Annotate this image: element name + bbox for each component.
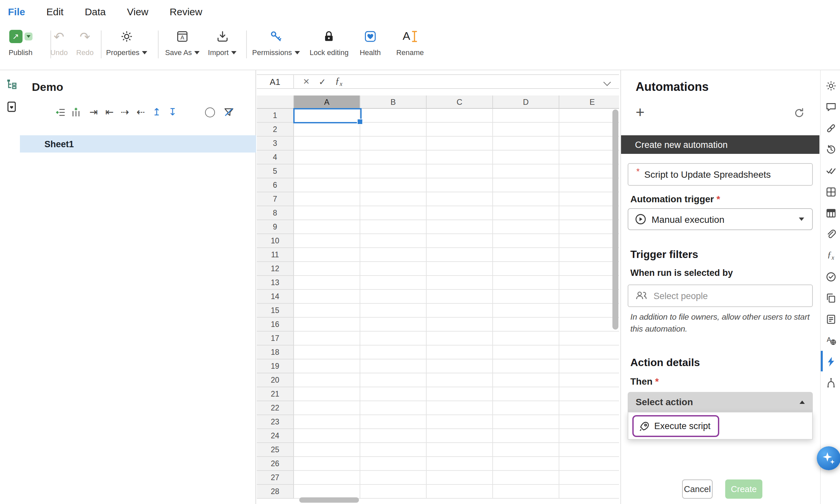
indent-icon[interactable]: ⇢ xyxy=(119,105,131,119)
cell-D17[interactable] xyxy=(493,331,559,345)
import-button[interactable]: Import xyxy=(208,28,237,56)
cell-D1[interactable] xyxy=(493,109,559,123)
row-header-26[interactable]: 26 xyxy=(257,457,294,471)
cell-E6[interactable] xyxy=(559,178,619,192)
publish-button[interactable]: ↗ Publish xyxy=(8,28,33,56)
cell-E14[interactable] xyxy=(559,290,619,304)
menu-file[interactable]: File xyxy=(8,6,25,17)
cell-B17[interactable] xyxy=(360,331,427,345)
cell-E15[interactable] xyxy=(559,304,619,318)
cell-B21[interactable] xyxy=(360,387,427,401)
cell-D23[interactable] xyxy=(493,415,559,429)
vertical-scrollbar[interactable] xyxy=(612,109,618,329)
ai-assistant-button[interactable] xyxy=(817,446,840,470)
cell-A13[interactable] xyxy=(294,276,360,290)
cell-A5[interactable] xyxy=(294,164,360,178)
row-header-20[interactable]: 20 xyxy=(257,373,294,387)
cell-B22[interactable] xyxy=(360,401,427,415)
cell-E20[interactable] xyxy=(559,373,619,387)
row-header-19[interactable]: 19 xyxy=(257,359,294,373)
cell-B8[interactable] xyxy=(360,206,427,220)
link-icon[interactable] xyxy=(821,118,840,139)
row-header-1[interactable]: 1 xyxy=(257,109,294,123)
cell-A9[interactable] xyxy=(294,220,360,234)
cell-B6[interactable] xyxy=(360,178,427,192)
row-header-27[interactable]: 27 xyxy=(257,471,294,485)
cell-B1[interactable] xyxy=(360,109,427,123)
permissions-button[interactable]: Permissions xyxy=(252,28,300,56)
cell-C8[interactable] xyxy=(427,206,493,220)
cell-E27[interactable] xyxy=(559,471,619,485)
execute-script-option[interactable]: Execute script xyxy=(632,415,719,437)
row-header-5[interactable]: 5 xyxy=(257,164,294,178)
cell-B18[interactable] xyxy=(360,345,427,359)
menu-edit[interactable]: Edit xyxy=(47,6,64,17)
undo-button[interactable]: ↶ Undo xyxy=(50,28,68,56)
row-header-28[interactable]: 28 xyxy=(257,485,294,499)
row-header-18[interactable]: 18 xyxy=(257,345,294,359)
cell-C18[interactable] xyxy=(427,345,493,359)
cell-B2[interactable] xyxy=(360,123,427,137)
select-people-input[interactable] xyxy=(628,285,813,307)
cell-C12[interactable] xyxy=(427,262,493,276)
cell-A7[interactable] xyxy=(294,192,360,206)
outdent-icon[interactable]: ⇠ xyxy=(135,105,147,119)
cell-C22[interactable] xyxy=(427,401,493,415)
copy-icon[interactable] xyxy=(821,287,840,308)
row-header-21[interactable]: 21 xyxy=(257,387,294,401)
cell-A4[interactable] xyxy=(294,150,360,164)
cancel-entry-icon[interactable]: × xyxy=(303,76,310,87)
column-header-D[interactable]: D xyxy=(493,95,559,109)
table-icon[interactable] xyxy=(821,202,840,223)
cell-E7[interactable] xyxy=(559,192,619,206)
cell-E24[interactable] xyxy=(559,429,619,443)
cell-D22[interactable] xyxy=(493,401,559,415)
row-header-11[interactable]: 11 xyxy=(257,248,294,262)
cell-D14[interactable] xyxy=(493,290,559,304)
redo-button[interactable]: ↷ Redo xyxy=(76,28,94,56)
cell-E17[interactable] xyxy=(559,331,619,345)
menu-data[interactable]: Data xyxy=(85,6,105,17)
row-header-4[interactable]: 4 xyxy=(257,150,294,164)
cell-B4[interactable] xyxy=(360,150,427,164)
cell-E26[interactable] xyxy=(559,457,619,471)
cell-B12[interactable] xyxy=(360,262,427,276)
cell-A17[interactable] xyxy=(294,331,360,345)
cell-E13[interactable] xyxy=(559,276,619,290)
cell-C28[interactable] xyxy=(427,485,493,499)
clear-filter-icon[interactable] xyxy=(223,105,235,119)
cell-C1[interactable] xyxy=(427,109,493,123)
cell-D4[interactable] xyxy=(493,150,559,164)
health-button[interactable]: Health xyxy=(360,28,381,56)
row-header-6[interactable]: 6 xyxy=(257,178,294,192)
translate-icon[interactable]: A xyxy=(821,329,840,351)
cell-C6[interactable] xyxy=(427,178,493,192)
cell-C27[interactable] xyxy=(427,471,493,485)
attachments-icon[interactable] xyxy=(821,223,840,245)
cell-D19[interactable] xyxy=(493,359,559,373)
cell-A23[interactable] xyxy=(294,415,360,429)
column-header-A[interactable]: A xyxy=(294,95,360,109)
cell-D13[interactable] xyxy=(493,276,559,290)
cell-D16[interactable] xyxy=(493,318,559,331)
horizontal-scrollbar[interactable] xyxy=(299,497,359,503)
cell-A20[interactable] xyxy=(294,373,360,387)
cell-B26[interactable] xyxy=(360,457,427,471)
cell-A22[interactable] xyxy=(294,401,360,415)
cell-A6[interactable] xyxy=(294,178,360,192)
distribute-icon[interactable] xyxy=(821,372,840,393)
cell-A8[interactable] xyxy=(294,206,360,220)
cell-B24[interactable] xyxy=(360,429,427,443)
cell-C9[interactable] xyxy=(427,220,493,234)
row-header-16[interactable]: 16 xyxy=(257,318,294,331)
properties-button[interactable]: Properties xyxy=(106,28,147,56)
spell-check-icon[interactable] xyxy=(821,160,840,181)
cell-C21[interactable] xyxy=(427,387,493,401)
cell-A3[interactable] xyxy=(294,137,360,150)
cell-C16[interactable] xyxy=(427,318,493,331)
cell-E3[interactable] xyxy=(559,137,619,150)
column-header-E[interactable]: E xyxy=(559,95,619,109)
add-automation-icon[interactable]: + xyxy=(636,105,645,120)
menu-view[interactable]: View xyxy=(127,6,148,17)
sheet-tab[interactable]: Sheet1 xyxy=(20,135,256,152)
